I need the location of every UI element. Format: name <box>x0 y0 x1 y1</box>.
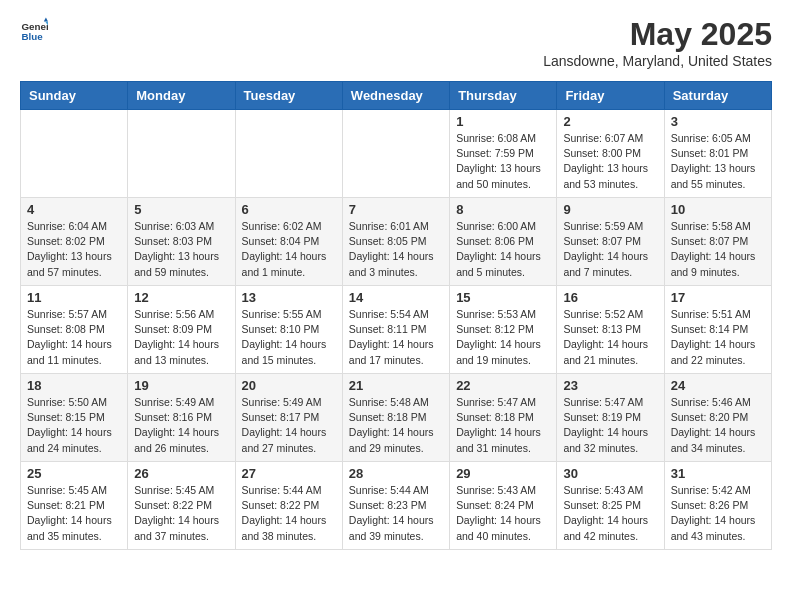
day-number: 3 <box>671 114 765 129</box>
calendar-cell: 10Sunrise: 5:58 AM Sunset: 8:07 PM Dayli… <box>664 198 771 286</box>
calendar-cell: 5Sunrise: 6:03 AM Sunset: 8:03 PM Daylig… <box>128 198 235 286</box>
day-info: Sunrise: 5:52 AM Sunset: 8:13 PM Dayligh… <box>563 307 657 368</box>
calendar-cell: 2Sunrise: 6:07 AM Sunset: 8:00 PM Daylig… <box>557 110 664 198</box>
day-number: 7 <box>349 202 443 217</box>
day-info: Sunrise: 5:44 AM Sunset: 8:22 PM Dayligh… <box>242 483 336 544</box>
day-number: 2 <box>563 114 657 129</box>
calendar-cell: 8Sunrise: 6:00 AM Sunset: 8:06 PM Daylig… <box>450 198 557 286</box>
weekday-header-wednesday: Wednesday <box>342 82 449 110</box>
calendar-table: SundayMondayTuesdayWednesdayThursdayFrid… <box>20 81 772 550</box>
day-info: Sunrise: 5:59 AM Sunset: 8:07 PM Dayligh… <box>563 219 657 280</box>
calendar-cell <box>128 110 235 198</box>
day-number: 27 <box>242 466 336 481</box>
week-row-1: 1Sunrise: 6:08 AM Sunset: 7:59 PM Daylig… <box>21 110 772 198</box>
svg-marker-2 <box>44 17 48 21</box>
calendar-cell: 26Sunrise: 5:45 AM Sunset: 8:22 PM Dayli… <box>128 462 235 550</box>
day-info: Sunrise: 6:07 AM Sunset: 8:00 PM Dayligh… <box>563 131 657 192</box>
day-number: 5 <box>134 202 228 217</box>
calendar-cell: 3Sunrise: 6:05 AM Sunset: 8:01 PM Daylig… <box>664 110 771 198</box>
main-title: May 2025 <box>543 16 772 53</box>
day-number: 9 <box>563 202 657 217</box>
svg-text:Blue: Blue <box>21 31 43 42</box>
day-number: 23 <box>563 378 657 393</box>
weekday-header-friday: Friday <box>557 82 664 110</box>
day-info: Sunrise: 5:50 AM Sunset: 8:15 PM Dayligh… <box>27 395 121 456</box>
day-number: 22 <box>456 378 550 393</box>
day-info: Sunrise: 5:56 AM Sunset: 8:09 PM Dayligh… <box>134 307 228 368</box>
day-info: Sunrise: 6:03 AM Sunset: 8:03 PM Dayligh… <box>134 219 228 280</box>
calendar-cell <box>235 110 342 198</box>
calendar-cell: 19Sunrise: 5:49 AM Sunset: 8:16 PM Dayli… <box>128 374 235 462</box>
weekday-header-sunday: Sunday <box>21 82 128 110</box>
calendar-cell: 23Sunrise: 5:47 AM Sunset: 8:19 PM Dayli… <box>557 374 664 462</box>
day-info: Sunrise: 6:08 AM Sunset: 7:59 PM Dayligh… <box>456 131 550 192</box>
day-info: Sunrise: 5:55 AM Sunset: 8:10 PM Dayligh… <box>242 307 336 368</box>
day-number: 15 <box>456 290 550 305</box>
day-number: 21 <box>349 378 443 393</box>
weekday-header-saturday: Saturday <box>664 82 771 110</box>
day-number: 17 <box>671 290 765 305</box>
day-number: 31 <box>671 466 765 481</box>
day-info: Sunrise: 6:04 AM Sunset: 8:02 PM Dayligh… <box>27 219 121 280</box>
day-number: 25 <box>27 466 121 481</box>
day-info: Sunrise: 5:42 AM Sunset: 8:26 PM Dayligh… <box>671 483 765 544</box>
logo-icon: General Blue <box>20 16 48 44</box>
day-number: 12 <box>134 290 228 305</box>
calendar-cell: 21Sunrise: 5:48 AM Sunset: 8:18 PM Dayli… <box>342 374 449 462</box>
title-area: May 2025 Lansdowne, Maryland, United Sta… <box>543 16 772 69</box>
day-number: 30 <box>563 466 657 481</box>
day-number: 28 <box>349 466 443 481</box>
day-info: Sunrise: 5:51 AM Sunset: 8:14 PM Dayligh… <box>671 307 765 368</box>
day-info: Sunrise: 5:45 AM Sunset: 8:21 PM Dayligh… <box>27 483 121 544</box>
header: General Blue May 2025 Lansdowne, Marylan… <box>20 16 772 69</box>
calendar-cell: 1Sunrise: 6:08 AM Sunset: 7:59 PM Daylig… <box>450 110 557 198</box>
calendar-cell: 4Sunrise: 6:04 AM Sunset: 8:02 PM Daylig… <box>21 198 128 286</box>
calendar-cell: 24Sunrise: 5:46 AM Sunset: 8:20 PM Dayli… <box>664 374 771 462</box>
week-row-4: 18Sunrise: 5:50 AM Sunset: 8:15 PM Dayli… <box>21 374 772 462</box>
day-number: 11 <box>27 290 121 305</box>
calendar-cell: 28Sunrise: 5:44 AM Sunset: 8:23 PM Dayli… <box>342 462 449 550</box>
calendar-cell: 31Sunrise: 5:42 AM Sunset: 8:26 PM Dayli… <box>664 462 771 550</box>
day-number: 19 <box>134 378 228 393</box>
day-info: Sunrise: 5:46 AM Sunset: 8:20 PM Dayligh… <box>671 395 765 456</box>
day-info: Sunrise: 6:01 AM Sunset: 8:05 PM Dayligh… <box>349 219 443 280</box>
calendar-cell: 25Sunrise: 5:45 AM Sunset: 8:21 PM Dayli… <box>21 462 128 550</box>
calendar-cell: 7Sunrise: 6:01 AM Sunset: 8:05 PM Daylig… <box>342 198 449 286</box>
weekday-header-row: SundayMondayTuesdayWednesdayThursdayFrid… <box>21 82 772 110</box>
day-number: 6 <box>242 202 336 217</box>
day-info: Sunrise: 5:57 AM Sunset: 8:08 PM Dayligh… <box>27 307 121 368</box>
calendar-cell <box>21 110 128 198</box>
calendar-cell: 15Sunrise: 5:53 AM Sunset: 8:12 PM Dayli… <box>450 286 557 374</box>
calendar-cell: 14Sunrise: 5:54 AM Sunset: 8:11 PM Dayli… <box>342 286 449 374</box>
day-number: 29 <box>456 466 550 481</box>
calendar-cell: 30Sunrise: 5:43 AM Sunset: 8:25 PM Dayli… <box>557 462 664 550</box>
subtitle: Lansdowne, Maryland, United States <box>543 53 772 69</box>
day-info: Sunrise: 5:47 AM Sunset: 8:19 PM Dayligh… <box>563 395 657 456</box>
day-info: Sunrise: 5:53 AM Sunset: 8:12 PM Dayligh… <box>456 307 550 368</box>
calendar-cell: 22Sunrise: 5:47 AM Sunset: 8:18 PM Dayli… <box>450 374 557 462</box>
day-info: Sunrise: 5:54 AM Sunset: 8:11 PM Dayligh… <box>349 307 443 368</box>
calendar-cell: 17Sunrise: 5:51 AM Sunset: 8:14 PM Dayli… <box>664 286 771 374</box>
calendar-cell: 29Sunrise: 5:43 AM Sunset: 8:24 PM Dayli… <box>450 462 557 550</box>
day-number: 1 <box>456 114 550 129</box>
calendar-cell: 20Sunrise: 5:49 AM Sunset: 8:17 PM Dayli… <box>235 374 342 462</box>
day-info: Sunrise: 5:48 AM Sunset: 8:18 PM Dayligh… <box>349 395 443 456</box>
week-row-2: 4Sunrise: 6:04 AM Sunset: 8:02 PM Daylig… <box>21 198 772 286</box>
calendar-cell: 16Sunrise: 5:52 AM Sunset: 8:13 PM Dayli… <box>557 286 664 374</box>
logo: General Blue <box>20 16 48 44</box>
calendar-cell: 6Sunrise: 6:02 AM Sunset: 8:04 PM Daylig… <box>235 198 342 286</box>
day-number: 10 <box>671 202 765 217</box>
day-number: 13 <box>242 290 336 305</box>
weekday-header-monday: Monday <box>128 82 235 110</box>
calendar-cell: 13Sunrise: 5:55 AM Sunset: 8:10 PM Dayli… <box>235 286 342 374</box>
day-number: 26 <box>134 466 228 481</box>
calendar-cell: 27Sunrise: 5:44 AM Sunset: 8:22 PM Dayli… <box>235 462 342 550</box>
day-info: Sunrise: 5:58 AM Sunset: 8:07 PM Dayligh… <box>671 219 765 280</box>
day-number: 20 <box>242 378 336 393</box>
day-info: Sunrise: 5:44 AM Sunset: 8:23 PM Dayligh… <box>349 483 443 544</box>
calendar-cell: 11Sunrise: 5:57 AM Sunset: 8:08 PM Dayli… <box>21 286 128 374</box>
day-info: Sunrise: 5:43 AM Sunset: 8:25 PM Dayligh… <box>563 483 657 544</box>
calendar-cell: 9Sunrise: 5:59 AM Sunset: 8:07 PM Daylig… <box>557 198 664 286</box>
calendar-cell: 12Sunrise: 5:56 AM Sunset: 8:09 PM Dayli… <box>128 286 235 374</box>
day-number: 4 <box>27 202 121 217</box>
